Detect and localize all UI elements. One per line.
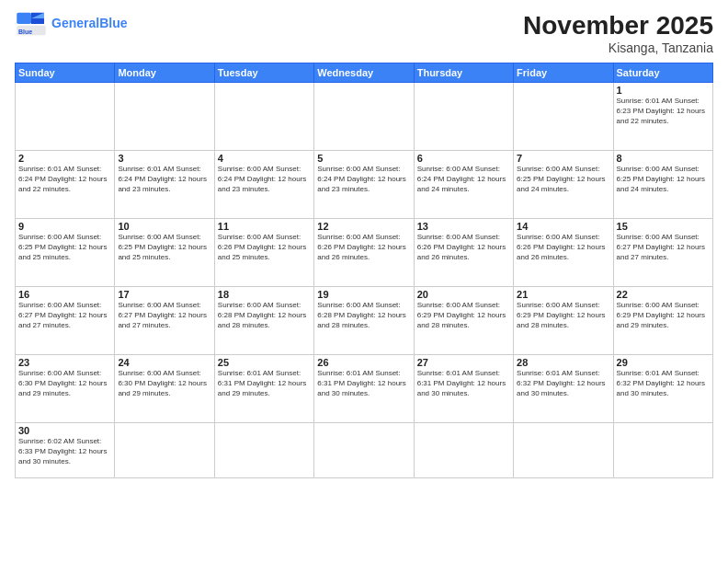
day-info: Sunrise: 6:00 AM Sunset: 6:29 PM Dayligh… [517, 301, 609, 330]
calendar-header: Sunday Monday Tuesday Wednesday Thursday… [16, 63, 713, 83]
month-title: November 2025 [523, 11, 713, 40]
table-row [214, 83, 313, 151]
header: Blue GeneralBlue November 2025 Kisanga, … [15, 11, 713, 55]
table-row [115, 83, 214, 151]
table-row: 13Sunrise: 6:00 AM Sunset: 6:26 PM Dayli… [414, 219, 513, 287]
day-number: 26 [317, 357, 410, 368]
day-info: Sunrise: 6:00 AM Sunset: 6:26 PM Dayligh… [218, 233, 311, 262]
day-info: Sunrise: 6:00 AM Sunset: 6:26 PM Dayligh… [417, 233, 510, 262]
table-row: 22Sunrise: 6:00 AM Sunset: 6:29 PM Dayli… [613, 287, 712, 355]
header-thursday: Thursday [414, 63, 513, 83]
svg-text:Blue: Blue [18, 29, 32, 35]
header-tuesday: Tuesday [214, 63, 313, 83]
table-row: 2Sunrise: 6:01 AM Sunset: 6:24 PM Daylig… [16, 151, 115, 219]
logo-blue: Blue [99, 16, 127, 30]
day-info: Sunrise: 6:00 AM Sunset: 6:26 PM Dayligh… [517, 233, 609, 262]
table-row: 19Sunrise: 6:00 AM Sunset: 6:28 PM Dayli… [314, 287, 414, 355]
day-info: Sunrise: 6:00 AM Sunset: 6:28 PM Dayligh… [317, 301, 410, 330]
location: Kisanga, Tanzania [523, 40, 713, 55]
day-info: Sunrise: 6:00 AM Sunset: 6:26 PM Dayligh… [317, 233, 410, 262]
day-number: 22 [617, 289, 710, 300]
day-info: Sunrise: 6:00 AM Sunset: 6:29 PM Dayligh… [617, 301, 710, 330]
day-number: 2 [18, 153, 111, 164]
day-number: 30 [18, 425, 111, 436]
table-row [115, 423, 214, 478]
day-number: 3 [118, 153, 210, 164]
day-info: Sunrise: 6:01 AM Sunset: 6:24 PM Dayligh… [118, 165, 210, 194]
day-number: 5 [317, 153, 410, 164]
day-number: 19 [317, 289, 410, 300]
table-row: 3Sunrise: 6:01 AM Sunset: 6:24 PM Daylig… [115, 151, 214, 219]
days-header-row: Sunday Monday Tuesday Wednesday Thursday… [16, 63, 713, 83]
day-info: Sunrise: 6:02 AM Sunset: 6:33 PM Dayligh… [18, 437, 111, 466]
day-info: Sunrise: 6:00 AM Sunset: 6:27 PM Dayligh… [617, 233, 710, 262]
day-number: 7 [517, 153, 609, 164]
logo-general: General [51, 16, 99, 30]
day-info: Sunrise: 6:00 AM Sunset: 6:24 PM Dayligh… [417, 165, 510, 194]
table-row: 15Sunrise: 6:00 AM Sunset: 6:27 PM Dayli… [613, 219, 712, 287]
day-info: Sunrise: 6:01 AM Sunset: 6:31 PM Dayligh… [218, 369, 311, 398]
day-number: 13 [417, 221, 510, 232]
table-row: 27Sunrise: 6:01 AM Sunset: 6:31 PM Dayli… [414, 355, 513, 423]
day-info: Sunrise: 6:00 AM Sunset: 6:29 PM Dayligh… [417, 301, 510, 330]
table-row: 11Sunrise: 6:00 AM Sunset: 6:26 PM Dayli… [214, 219, 313, 287]
table-row [314, 83, 414, 151]
calendar-body: 1Sunrise: 6:01 AM Sunset: 6:23 PM Daylig… [16, 83, 713, 478]
table-row [16, 83, 115, 151]
calendar-week-row: 23Sunrise: 6:00 AM Sunset: 6:30 PM Dayli… [16, 355, 713, 423]
table-row [314, 423, 414, 478]
day-info: Sunrise: 6:00 AM Sunset: 6:27 PM Dayligh… [18, 301, 111, 330]
day-number: 9 [18, 221, 111, 232]
day-number: 6 [417, 153, 510, 164]
calendar-page: Blue GeneralBlue November 2025 Kisanga, … [0, 0, 728, 563]
table-row [514, 423, 613, 478]
table-row: 1Sunrise: 6:01 AM Sunset: 6:23 PM Daylig… [613, 83, 712, 151]
day-number: 20 [417, 289, 510, 300]
table-row: 5Sunrise: 6:00 AM Sunset: 6:24 PM Daylig… [314, 151, 414, 219]
table-row: 18Sunrise: 6:00 AM Sunset: 6:28 PM Dayli… [214, 287, 313, 355]
day-number: 29 [617, 357, 710, 368]
calendar-week-row: 16Sunrise: 6:00 AM Sunset: 6:27 PM Dayli… [16, 287, 713, 355]
logo: Blue GeneralBlue [15, 11, 127, 37]
day-info: Sunrise: 6:01 AM Sunset: 6:32 PM Dayligh… [517, 369, 609, 398]
day-number: 25 [218, 357, 311, 368]
header-monday: Monday [115, 63, 214, 83]
calendar-week-row: 2Sunrise: 6:01 AM Sunset: 6:24 PM Daylig… [16, 151, 713, 219]
table-row [414, 423, 513, 478]
table-row: 26Sunrise: 6:01 AM Sunset: 6:31 PM Dayli… [314, 355, 414, 423]
table-row: 10Sunrise: 6:00 AM Sunset: 6:25 PM Dayli… [115, 219, 214, 287]
day-info: Sunrise: 6:00 AM Sunset: 6:25 PM Dayligh… [18, 233, 111, 262]
day-info: Sunrise: 6:00 AM Sunset: 6:25 PM Dayligh… [118, 233, 210, 262]
table-row [514, 83, 613, 151]
calendar-week-row: 9Sunrise: 6:00 AM Sunset: 6:25 PM Daylig… [16, 219, 713, 287]
table-row: 16Sunrise: 6:00 AM Sunset: 6:27 PM Dayli… [16, 287, 115, 355]
day-info: Sunrise: 6:00 AM Sunset: 6:24 PM Dayligh… [317, 165, 410, 194]
table-row: 17Sunrise: 6:00 AM Sunset: 6:27 PM Dayli… [115, 287, 214, 355]
day-number: 1 [617, 85, 710, 96]
table-row: 29Sunrise: 6:01 AM Sunset: 6:32 PM Dayli… [613, 355, 712, 423]
table-row: 7Sunrise: 6:00 AM Sunset: 6:25 PM Daylig… [514, 151, 613, 219]
day-info: Sunrise: 6:00 AM Sunset: 6:24 PM Dayligh… [218, 165, 311, 194]
table-row: 25Sunrise: 6:01 AM Sunset: 6:31 PM Dayli… [214, 355, 313, 423]
calendar-table: Sunday Monday Tuesday Wednesday Thursday… [15, 63, 713, 478]
table-row: 12Sunrise: 6:00 AM Sunset: 6:26 PM Dayli… [314, 219, 414, 287]
day-number: 14 [517, 221, 609, 232]
day-number: 28 [517, 357, 609, 368]
table-row: 28Sunrise: 6:01 AM Sunset: 6:32 PM Dayli… [514, 355, 613, 423]
table-row: 23Sunrise: 6:00 AM Sunset: 6:30 PM Dayli… [16, 355, 115, 423]
day-number: 11 [218, 221, 311, 232]
day-info: Sunrise: 6:01 AM Sunset: 6:24 PM Dayligh… [18, 165, 111, 194]
day-info: Sunrise: 6:00 AM Sunset: 6:27 PM Dayligh… [118, 301, 210, 330]
table-row: 8Sunrise: 6:00 AM Sunset: 6:25 PM Daylig… [613, 151, 712, 219]
day-number: 15 [617, 221, 710, 232]
table-row [613, 423, 712, 478]
header-sunday: Sunday [16, 63, 115, 83]
table-row: 30Sunrise: 6:02 AM Sunset: 6:33 PM Dayli… [16, 423, 115, 478]
day-info: Sunrise: 6:01 AM Sunset: 6:31 PM Dayligh… [417, 369, 510, 398]
day-info: Sunrise: 6:01 AM Sunset: 6:23 PM Dayligh… [617, 97, 710, 126]
day-number: 4 [218, 153, 311, 164]
title-block: November 2025 Kisanga, Tanzania [523, 11, 713, 55]
day-number: 8 [617, 153, 710, 164]
day-number: 16 [18, 289, 111, 300]
table-row [214, 423, 313, 478]
